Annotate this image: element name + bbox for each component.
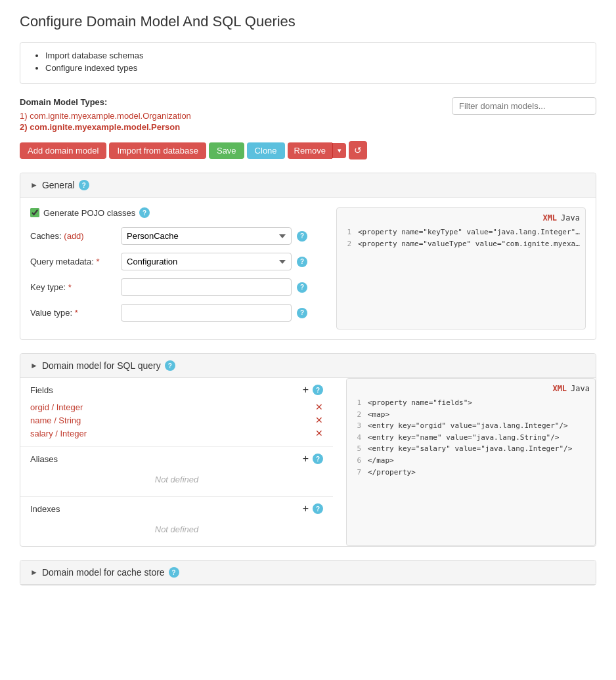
- value-type-label-text: Value type:: [30, 308, 72, 318]
- general-arrow-icon: ►: [30, 181, 38, 190]
- query-metadata-required: *: [96, 257, 99, 266]
- generate-pojo-checkbox[interactable]: [30, 208, 39, 217]
- clone-button[interactable]: Clone: [247, 142, 285, 159]
- sql-section-header: ► Domain model for SQL query ?: [20, 354, 596, 378]
- cache-store-title: Domain model for cache store: [42, 567, 165, 578]
- field-item-orgid: orgid / Integer ✕: [30, 400, 323, 414]
- general-xml-tab[interactable]: XML: [542, 213, 557, 223]
- key-type-label-text: Key type:: [30, 282, 66, 292]
- sql-code-line-7: 7 </property>: [352, 467, 590, 478]
- remove-button-group: Remove ▾: [288, 142, 346, 159]
- cache-store-help-icon[interactable]: ?: [169, 567, 179, 578]
- sql-code-line-6: 6 </map>: [352, 455, 590, 467]
- query-metadata-label: Query metadata: *: [30, 257, 116, 266]
- line-num-1: 1: [342, 226, 351, 238]
- caches-select[interactable]: PersonCache: [121, 227, 292, 245]
- sql-line-num-4: 4: [352, 432, 361, 444]
- key-type-help-icon[interactable]: ?: [297, 282, 307, 293]
- page-title: Configure Domain Model And SQL Queries: [20, 13, 596, 30]
- value-type-help-icon[interactable]: ?: [297, 308, 307, 318]
- general-help-icon[interactable]: ?: [79, 180, 89, 190]
- caches-row: Caches: (add) PersonCache ?: [30, 227, 323, 245]
- sql-code-content-6: </map>: [368, 455, 394, 467]
- sql-code-content-4: <entry key="name" value="java.lang.Strin…: [368, 432, 559, 444]
- sql-code-line-3: 3 <entry key="orgid" value="java.lang.In…: [352, 420, 590, 432]
- sql-arrow-icon: ►: [30, 361, 38, 370]
- save-button[interactable]: Save: [209, 142, 244, 159]
- query-metadata-row: Query metadata: * Configuration ?: [30, 253, 323, 270]
- domain-model-types-label: Domain Model Types:: [20, 97, 191, 107]
- caches-add-link[interactable]: (add): [64, 231, 83, 241]
- sql-xml-tab[interactable]: XML: [552, 384, 567, 393]
- sql-code-line-1: 1 <property name="fields">: [352, 397, 590, 409]
- indexes-block: Indexes + ? Not defined: [20, 497, 333, 546]
- remove-dropdown-button[interactable]: ▾: [332, 143, 346, 158]
- sql-section-body: Fields + ? orgid / Integer ✕ name / Stri…: [20, 378, 596, 546]
- field-name-remove[interactable]: ✕: [315, 415, 323, 425]
- sql-code-content-3: <entry key="orgid" value="java.lang.Inte…: [368, 420, 568, 432]
- intro-item-1: Import database schemas: [45, 51, 584, 60]
- import-from-database-button[interactable]: Import from database: [109, 142, 206, 159]
- field-salary-remove[interactable]: ✕: [315, 428, 323, 438]
- field-name-label[interactable]: name / String: [30, 415, 81, 425]
- sql-code-panel: XML Java 1 <property name="fields"> 2 <m…: [346, 378, 596, 546]
- sql-code-content-2: <map>: [368, 409, 389, 421]
- indexes-help-icon[interactable]: ?: [313, 503, 323, 514]
- add-domain-model-button[interactable]: Add domain model: [20, 142, 106, 159]
- key-type-row: Key type: * Integer ?: [30, 278, 323, 296]
- sql-java-tab[interactable]: Java: [571, 384, 590, 393]
- sql-code-content-1: <property name="fields">: [368, 397, 472, 409]
- aliases-title: Aliases: [30, 454, 58, 464]
- value-type-required: *: [75, 308, 78, 318]
- sql-code-content-7: </property>: [368, 467, 416, 478]
- query-metadata-label-text: Query metadata:: [30, 257, 94, 266]
- general-xml-java-toggle: XML Java: [342, 213, 580, 223]
- code-content-1: <property name="keyType" value="java.lan…: [358, 226, 580, 238]
- sql-code-line-4: 4 <entry key="name" value="java.lang.Str…: [352, 432, 590, 444]
- sql-line-num-5: 5: [352, 443, 361, 455]
- sql-help-icon[interactable]: ?: [165, 360, 175, 371]
- aliases-add-icon[interactable]: +: [303, 454, 309, 464]
- aliases-help-icon[interactable]: ?: [313, 454, 323, 464]
- sql-code-content-5: <entry key="salary" value="java.lang.Int…: [368, 443, 572, 455]
- field-item-salary: salary / Integer ✕: [30, 427, 323, 440]
- general-java-tab[interactable]: Java: [561, 213, 580, 223]
- generate-pojo-row: Generate POJO classes ?: [30, 207, 323, 218]
- intro-box: Import database schemas Configure indexe…: [20, 42, 596, 84]
- code-line-1: 1 <property name="keyType" value="java.l…: [342, 226, 580, 238]
- field-orgid-remove[interactable]: ✕: [315, 402, 323, 412]
- value-type-input[interactable]: com.ignite.myexample.model.Person: [121, 304, 292, 322]
- reset-button[interactable]: ↺: [349, 141, 367, 159]
- filter-domain-models[interactable]: [452, 97, 596, 115]
- domain-model-item-2[interactable]: 2) com.ignite.myexample.model.Person: [20, 122, 191, 132]
- fields-help-icon[interactable]: ?: [313, 385, 323, 395]
- query-metadata-select[interactable]: Configuration: [121, 253, 292, 270]
- general-form: Generate POJO classes ? Caches: (add) Pe…: [30, 207, 323, 329]
- fields-add-icon[interactable]: +: [303, 385, 309, 395]
- aliases-not-defined: Not defined: [30, 469, 323, 490]
- aliases-block: Aliases + ? Not defined: [20, 447, 333, 497]
- sql-code-line-2: 2 <map>: [352, 409, 590, 421]
- sql-line-num-2: 2: [352, 409, 361, 421]
- key-type-input[interactable]: Integer: [121, 278, 292, 296]
- filter-domain-models-input[interactable]: [452, 97, 596, 115]
- line-num-2: 2: [342, 238, 351, 250]
- generate-pojo-help-icon[interactable]: ?: [139, 207, 150, 218]
- general-code-panel: XML Java 1 <property name="keyType" valu…: [336, 207, 586, 329]
- indexes-block-header: Indexes + ?: [30, 503, 323, 514]
- cache-store-section-header: ► Domain model for cache store ?: [20, 561, 596, 585]
- generate-pojo-label: Generate POJO classes: [43, 208, 135, 218]
- field-salary-label[interactable]: salary / Integer: [30, 429, 87, 438]
- fields-block: Fields + ? orgid / Integer ✕ name / Stri…: [20, 378, 333, 447]
- indexes-add-icon[interactable]: +: [303, 503, 309, 514]
- aliases-actions: + ?: [303, 454, 323, 464]
- remove-button[interactable]: Remove: [288, 142, 332, 159]
- field-orgid-label[interactable]: orgid / Integer: [30, 402, 83, 412]
- domain-model-item-1[interactable]: 1) com.ignite.myexample.model.Organizati…: [20, 111, 191, 121]
- key-type-label: Key type: *: [30, 282, 116, 292]
- sql-title: Domain model for SQL query: [42, 360, 161, 371]
- query-metadata-help-icon[interactable]: ?: [297, 257, 307, 267]
- caches-help-icon[interactable]: ?: [297, 231, 307, 242]
- aliases-block-header: Aliases + ?: [30, 454, 323, 464]
- sql-left-panel: Fields + ? orgid / Integer ✕ name / Stri…: [20, 378, 333, 546]
